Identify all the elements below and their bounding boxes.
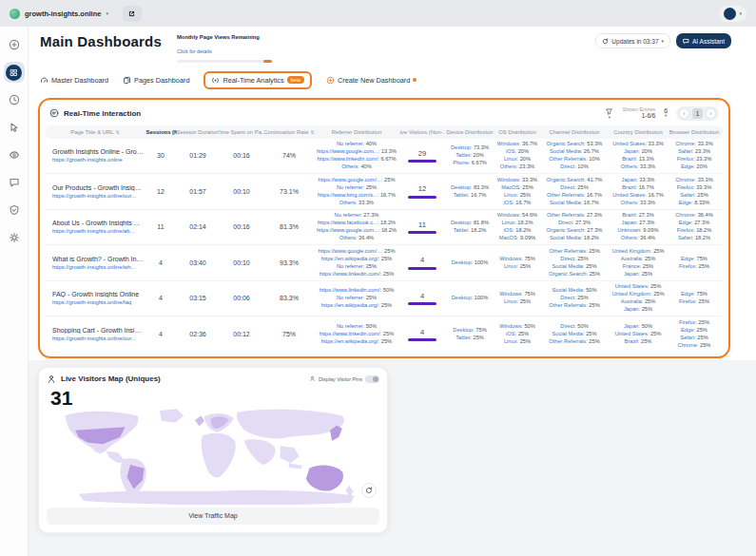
column-header[interactable]: Page Title & URL⇅ <box>46 129 145 135</box>
sidebar-item-expand[interactable] <box>4 34 25 55</box>
ai-assistant-label: AI Assistant <box>692 38 725 45</box>
page-title-text: Growth Insights Online - Growt... <box>52 148 145 155</box>
continuation-rate-value: 83.3% <box>264 295 314 301</box>
page-url-link[interactable]: https://growth-insights.online/faq <box>52 299 145 305</box>
avatar <box>724 8 736 20</box>
chevron-down-icon[interactable]: ▾ <box>106 10 108 16</box>
table-row[interactable]: About Us - Growth Insights Onli...https:… <box>46 210 723 246</box>
account-menu[interactable]: ▾ <box>719 6 746 22</box>
dashboard-icon <box>6 65 22 81</box>
browser-topbar: growth-insights.online ▾ ▾ <box>0 0 756 27</box>
continuation-rate-value: 74% <box>264 152 314 159</box>
visitors-bar <box>408 160 436 163</box>
page-url-link[interactable]: https://growth-insights.online <box>52 157 145 163</box>
page-size-select[interactable]: 6 ▾ <box>664 107 668 119</box>
column-header[interactable]: Continuation Rate⇅ <box>264 129 314 135</box>
shown-entries: Shown Entries 1-6/6 <box>622 106 655 121</box>
chat-icon <box>9 177 20 188</box>
table-row[interactable]: Shopping Cart - Growth Insight...https:/… <box>46 316 723 353</box>
site-name[interactable]: growth-insights.online <box>25 10 101 18</box>
country-distribution: Japan: 50%United States: 25%Brazil: 25% <box>609 323 668 345</box>
pages-icon <box>123 76 131 85</box>
view-traffic-map-button[interactable]: View Traffic Map <box>47 508 379 525</box>
updates-label: Updates in 03:37 <box>611 38 658 45</box>
prev-page-button[interactable]: ‹ <box>679 108 689 119</box>
session-duration-value: 02:36 <box>177 331 219 337</box>
sidebar <box>0 27 29 556</box>
time-spent-value: 00:16 <box>219 223 264 230</box>
column-header: Referrer Distribution <box>314 129 399 135</box>
sidebar-item-settings[interactable] <box>4 227 25 248</box>
table-row[interactable]: FAQ - Growth Insights Onlinehttps://grow… <box>46 281 723 317</box>
channel-distribution: Other Referrals: 25%Direct: 25%Social Me… <box>540 248 609 278</box>
channel-distribution: Direct: 50%Social Media: 25%Other Referr… <box>540 323 609 345</box>
map-refresh-button[interactable] <box>361 483 377 498</box>
page-title-text: Shopping Cart - Growth Insight... <box>52 327 145 334</box>
channel-distribution: Organic Search: 53.3%Social Media: 26.7%… <box>540 141 609 171</box>
column-header: Country Distribution <box>609 129 668 135</box>
tab-create-new-dashboard[interactable]: Create New Dashboard <box>326 76 417 85</box>
live-sessions-value: 4 <box>145 295 177 301</box>
visitors-bar <box>408 267 436 270</box>
session-duration-value: 03:15 <box>177 295 219 301</box>
visitors-count: 11 <box>418 220 426 229</box>
column-header: Channel Distribution <box>540 129 609 135</box>
open-site-button[interactable] <box>123 6 142 22</box>
visitors-count: 29 <box>418 149 426 158</box>
device-distribution: Desktop: 100% <box>445 295 494 301</box>
continuation-rate-value: 81.3% <box>264 223 314 230</box>
continuation-rate-value: 75% <box>264 331 314 337</box>
page-cell: What is Growth? - Growth Insig...https:/… <box>46 256 145 270</box>
table-row[interactable]: Growth Insights Online - Growt...https:/… <box>46 139 723 175</box>
table-row[interactable]: Our Products - Growth Insights ...https:… <box>46 174 723 210</box>
browser-distribution: Edge: 75%Firefox: 25% <box>668 291 721 305</box>
pagination: ‹ 1 › <box>676 106 719 121</box>
os-distribution: Windows: 75%Linux: 25% <box>494 291 540 305</box>
os-distribution: Windows: 50%iOS: 25%Linux: 25% <box>494 323 540 345</box>
session-duration-value: 01:29 <box>177 152 219 159</box>
tab-realtime-analytics[interactable]: Real-Time Analytics beta <box>204 71 312 89</box>
quota-details-link[interactable]: Click for details <box>177 48 212 54</box>
display-visitor-pins-toggle[interactable]: Display Visitor Pins <box>309 375 379 383</box>
page-url-link[interactable]: https://growth-insights.online/ab... <box>52 228 145 234</box>
quota-widget[interactable]: Monthly Page Views Remaining Click for d… <box>177 34 272 63</box>
table-body: Growth Insights Online - Growt...https:/… <box>46 139 723 353</box>
sidebar-item-visitors[interactable] <box>4 144 25 165</box>
tab-master-dashboard[interactable]: Master Dashboard <box>40 76 108 85</box>
sidebar-item-chat[interactable] <box>4 172 25 193</box>
tab-pages-dashboard[interactable]: Pages Dashboard <box>123 76 189 85</box>
quota-progress-bar <box>177 60 272 63</box>
browser-distribution: Chrome: 33.3%Safari: 23.3%Firefox: 23.3%… <box>668 141 721 171</box>
card-title: Real-Time Interaction <box>64 109 141 118</box>
visitors-count: 12 <box>418 184 426 193</box>
visitors-bar <box>408 196 436 199</box>
shield-icon <box>9 204 20 216</box>
country-distribution: United Kingdom: 25%Australia: 25%France:… <box>609 248 668 278</box>
page-url-link[interactable]: https://growth-insights.online/our... <box>52 336 145 341</box>
interaction-icon <box>49 108 59 118</box>
sidebar-item-history[interactable] <box>4 89 25 110</box>
clock-icon <box>9 94 20 105</box>
live-visitors-map-card: Live Visitors Map (Uniques) Display Visi… <box>38 367 388 533</box>
sidebar-item-dashboards[interactable] <box>4 62 25 83</box>
ai-assistant-button[interactable]: AI Assistant <box>676 33 731 48</box>
column-header[interactable]: Ø Time Spent on Pa...⇅ <box>219 129 264 135</box>
column-header[interactable]: Live Sessions (N...∨ <box>145 129 177 135</box>
page-cell: FAQ - Growth Insights Onlinehttps://grow… <box>46 291 145 305</box>
table-row[interactable]: What is Growth? - Growth Insig...https:/… <box>46 245 723 281</box>
column-header[interactable]: Ø Session Duration⇅ <box>177 129 219 135</box>
country-distribution: Brazil: 27.3%Japan: 27.3%Unknown: 9.09%O… <box>609 212 668 242</box>
filter-button[interactable]: ▾ <box>605 107 613 120</box>
updates-dropdown[interactable]: Updates in 03:37 ▾ <box>595 33 670 48</box>
live-sessions-value: 4 <box>145 259 177 266</box>
os-distribution: Windows: 36.7%iOS: 20%Linux: 20%Others: … <box>494 141 540 171</box>
page-cell: Shopping Cart - Growth Insight...https:/… <box>46 327 145 341</box>
page-url-link[interactable]: https://growth-insights.online/wh... <box>52 264 145 270</box>
sidebar-item-interactions[interactable] <box>4 117 25 138</box>
page-url-link[interactable]: https://growth-insights.online/our... <box>52 193 145 199</box>
chevron-down-icon: ▾ <box>739 10 742 16</box>
next-page-button[interactable]: › <box>706 108 716 119</box>
sidebar-item-security[interactable] <box>4 200 25 220</box>
gear-icon <box>9 232 20 243</box>
page-title-text: About Us - Growth Insights Onli... <box>52 220 145 226</box>
